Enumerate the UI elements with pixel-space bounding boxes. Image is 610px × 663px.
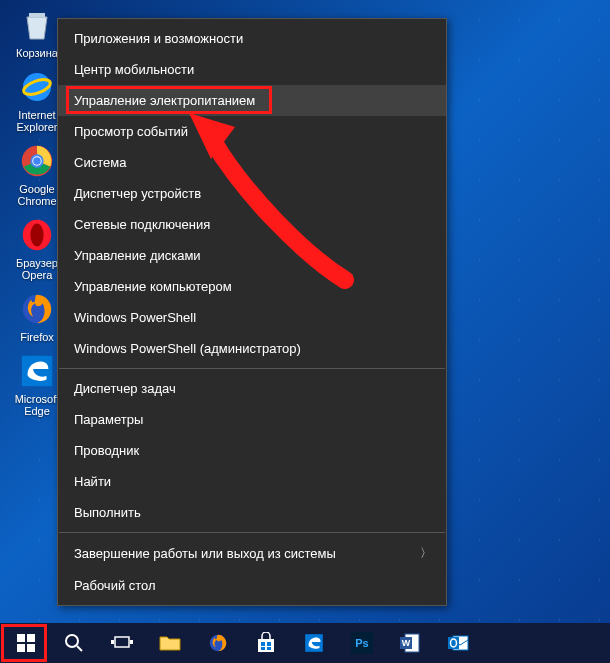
svg-rect-10 (22, 356, 52, 386)
menu-item-label: Параметры (74, 412, 143, 427)
menu-item-powershell[interactable]: Windows PowerShell (58, 302, 446, 333)
windows-icon (17, 634, 35, 652)
menu-item-computer-management[interactable]: Управление компьютером (58, 271, 446, 302)
search-icon (64, 633, 84, 653)
firefox-icon (207, 632, 229, 654)
svg-rect-12 (17, 634, 25, 642)
taskbar-edge-button[interactable] (290, 623, 338, 663)
menu-item-disk-management[interactable]: Управление дисками (58, 240, 446, 271)
menu-item-label: Рабочий стол (74, 578, 156, 593)
menu-item-label: Управление компьютером (74, 279, 232, 294)
menu-item-explorer[interactable]: Проводник (58, 435, 446, 466)
menu-item-desktop[interactable]: Рабочий стол (58, 570, 446, 601)
start-button[interactable] (2, 623, 50, 663)
chevron-right-icon: 〉 (420, 545, 432, 562)
svg-rect-0 (29, 13, 45, 17)
taskbar-store-button[interactable] (242, 623, 290, 663)
taskbar: Ps W (0, 623, 610, 663)
menu-item-label: Система (74, 155, 126, 170)
menu-item-label: Диспетчер задач (74, 381, 176, 396)
svg-rect-18 (115, 637, 129, 647)
menu-item-search[interactable]: Найти (58, 466, 446, 497)
svg-rect-22 (261, 642, 265, 646)
svg-rect-14 (17, 644, 25, 652)
svg-rect-13 (27, 634, 35, 642)
menu-item-label: Windows PowerShell (74, 310, 196, 325)
menu-item-network-connections[interactable]: Сетевые подключения (58, 209, 446, 240)
taskbar-search-button[interactable] (50, 623, 98, 663)
menu-item-system[interactable]: Система (58, 147, 446, 178)
taskbar-firefox-button[interactable] (194, 623, 242, 663)
recycle-bin-icon (17, 5, 57, 45)
menu-item-mobility-center[interactable]: Центр мобильности (58, 54, 446, 85)
menu-item-power-options[interactable]: Управление электропитанием (58, 85, 446, 116)
desktop-icon-label: Корзина (16, 47, 58, 59)
store-icon (255, 632, 277, 654)
svg-point-8 (30, 224, 43, 247)
menu-item-label: Сетевые подключения (74, 217, 210, 232)
menu-item-label: Выполнить (74, 505, 141, 520)
taskbar-word-button[interactable]: W (386, 623, 434, 663)
svg-point-16 (66, 635, 78, 647)
firefox-icon (17, 289, 57, 329)
svg-rect-20 (130, 640, 133, 644)
edge-icon (17, 351, 57, 391)
svg-rect-15 (27, 644, 35, 652)
menu-item-run[interactable]: Выполнить (58, 497, 446, 528)
word-icon: W (399, 632, 421, 654)
menu-item-label: Диспетчер устройств (74, 186, 201, 201)
taskbar-task-view-button[interactable] (98, 623, 146, 663)
svg-rect-19 (111, 640, 114, 644)
menu-item-label: Завершение работы или выход из системы (74, 546, 336, 561)
menu-item-label: Управление дисками (74, 248, 201, 263)
svg-rect-23 (267, 642, 271, 646)
menu-item-powershell-admin[interactable]: Windows PowerShell (администратор) (58, 333, 446, 364)
svg-point-6 (33, 157, 41, 165)
menu-item-shutdown-signout[interactable]: Завершение работы или выход из системы 〉 (58, 537, 446, 570)
menu-item-label: Просмотр событий (74, 124, 188, 139)
opera-icon (17, 215, 57, 255)
taskbar-file-explorer-button[interactable] (146, 623, 194, 663)
desktop-icon-label: Firefox (20, 331, 54, 343)
menu-item-settings[interactable]: Параметры (58, 404, 446, 435)
task-view-icon (111, 634, 133, 652)
taskbar-photoshop-button[interactable]: Ps (338, 623, 386, 663)
taskbar-outlook-button[interactable] (434, 623, 482, 663)
svg-rect-24 (261, 647, 265, 650)
menu-item-label: Центр мобильности (74, 62, 194, 77)
menu-item-apps-features[interactable]: Приложения и возможности (58, 23, 446, 54)
winx-context-menu: Приложения и возможности Центр мобильнос… (57, 18, 447, 606)
edge-icon (303, 632, 325, 654)
ie-icon (17, 67, 57, 107)
svg-line-17 (77, 646, 82, 651)
photoshop-icon: Ps (351, 632, 373, 654)
menu-item-label: Управление электропитанием (74, 93, 255, 108)
svg-text:Ps: Ps (355, 637, 368, 649)
folder-icon (159, 634, 181, 652)
menu-separator (59, 532, 445, 533)
svg-rect-25 (267, 647, 271, 650)
menu-item-label: Проводник (74, 443, 139, 458)
menu-separator (59, 368, 445, 369)
menu-item-label: Приложения и возможности (74, 31, 243, 46)
svg-text:W: W (402, 638, 411, 648)
chrome-icon (17, 141, 57, 181)
outlook-icon (447, 632, 469, 654)
menu-item-label: Windows PowerShell (администратор) (74, 341, 301, 356)
menu-item-device-manager[interactable]: Диспетчер устройств (58, 178, 446, 209)
svg-rect-26 (305, 634, 323, 652)
menu-item-task-manager[interactable]: Диспетчер задач (58, 373, 446, 404)
menu-item-event-viewer[interactable]: Просмотр событий (58, 116, 446, 147)
menu-item-label: Найти (74, 474, 111, 489)
